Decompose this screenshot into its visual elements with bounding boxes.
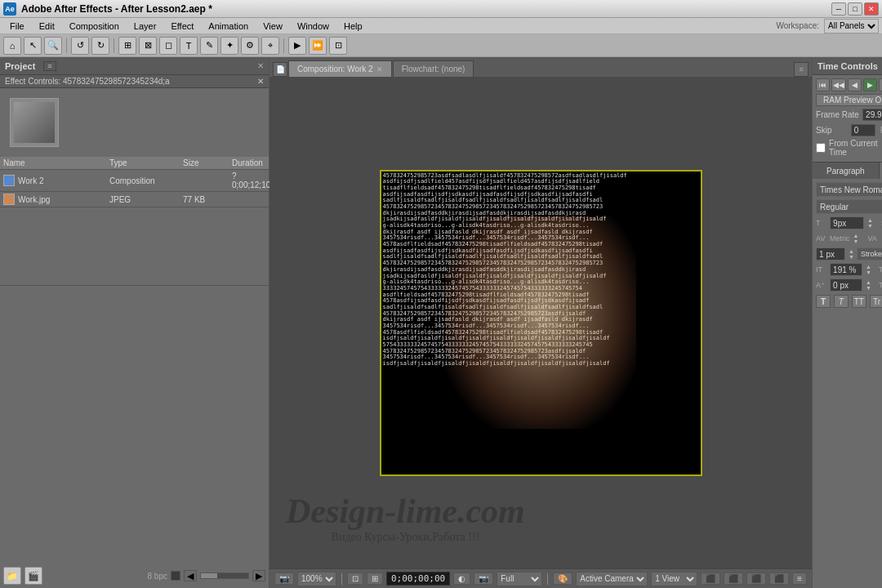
style-italic-btn[interactable]: T [834,295,849,308]
tab-icon: 📄 [273,62,287,77]
tc-prev-btn[interactable]: ◀◀ [831,78,845,91]
close-button[interactable]: ✕ [864,2,879,16]
panel-right-arrow[interactable]: ▶ [252,570,265,581]
safe-zones-btn[interactable]: ⊡ [347,572,363,585]
render-btn[interactable]: ⬛ [701,572,720,585]
project-panel-title: Project [5,61,35,71]
draft-btn[interactable]: ⬛ [724,572,743,585]
character-tab[interactable]: Character [880,163,882,179]
vert-scale-input[interactable] [830,263,862,276]
tool-text[interactable]: T [180,37,198,55]
bpc-btn[interactable] [171,571,180,581]
tc-first-btn[interactable]: ⏮ [816,78,830,91]
baseline-input[interactable] [830,278,862,292]
effect-controls-close[interactable]: ✕ [257,77,264,86]
matrix-face: 4578324752985723asdfsadlasdlfjisaldf4578… [381,172,701,474]
tool-puppet[interactable]: ⌖ [261,37,279,55]
menu-view[interactable]: View [256,20,289,32]
exposure-btn[interactable]: ◐ [453,572,470,585]
vert-scale-arrows[interactable]: ▲ ▼ [866,264,871,275]
view-select[interactable]: Full Half Quarter [497,572,542,586]
style-allcaps-btn[interactable]: TT [852,295,866,308]
new-folder-btn[interactable]: 📁 [3,567,21,585]
toolbar: ⌂ ↖ 🔍 ↺ ↻ ⊞ ⊠ ◻ T ✎ ✦ ⚙ ⌖ ▶ ⏩ ⊡ [0,34,882,57]
menu-animation[interactable]: Animation [202,20,255,32]
flowchart-tab[interactable]: Flowchart: (none) [393,60,474,77]
ram-preview-btn[interactable]: RAM Preview Options [816,94,882,106]
kerning-arrows[interactable]: ▲ ▼ [853,233,859,244]
stroke-width-arrows[interactable]: ▲ ▼ [849,248,854,260]
stroke-type-select[interactable]: Stroke Over Fill Fill Over Stroke [857,247,882,261]
menu-help[interactable]: Help [337,20,369,32]
panel-left-arrow[interactable]: ◀ [184,570,197,581]
tool-pen[interactable]: ✎ [200,37,218,55]
menu-effect[interactable]: Effect [164,20,200,32]
file-list-header: Name Type Size Duration [0,157,269,170]
from-current-checkbox[interactable] [816,143,826,153]
file-row-workjpg[interactable]: Work.jpg JPEG 77 KB [0,192,269,207]
comp-options-btn[interactable]: ≡ [792,572,807,585]
tool-clone[interactable]: ✦ [220,37,238,55]
style-smallcaps-btn[interactable]: Tr [870,295,882,308]
title-bar: Ae Adobe After Effects - After Lesson2.a… [0,0,882,18]
tool-preview2[interactable]: ⏩ [309,37,327,55]
project-close[interactable]: ✕ [257,61,264,70]
effect-controls-bar: Effect Controls: 457832475298572345234d;… [0,75,269,88]
snapshot-btn[interactable]: 📷 [274,572,294,585]
frame-rate-input[interactable] [862,109,882,121]
tool-zoom[interactable]: 🔍 [44,37,62,55]
tool-preview1[interactable]: ▶ [288,37,306,55]
file-row-work2[interactable]: Work 2 Composition ? 0;00;12;10 [0,170,269,192]
tool-preview3[interactable]: ⊡ [329,37,347,55]
tc-fwd-frame[interactable]: ▶ [879,78,882,91]
time-controls-header: Time Controls ≡ ✕ [813,57,882,75]
tool-undo[interactable]: ↺ [71,37,89,55]
character-body: Times New Roman Arial Helvetica ✎ Regula… [813,179,882,311]
tool-redo[interactable]: ↻ [91,37,109,55]
zoom-select[interactable]: 100% 50% 200% [297,572,336,586]
panel-scrollbar[interactable] [200,572,249,579]
skip-input[interactable] [851,124,875,136]
paragraph-tab[interactable]: Paragraph [813,163,880,179]
menu-file[interactable]: File [3,20,31,32]
view-layout-select[interactable]: 1 View 2 Views [651,572,697,586]
baseline-arrows[interactable]: ▲ ▼ [866,279,871,291]
project-options[interactable]: ≡ [43,61,56,71]
stroke-width-input[interactable] [816,247,845,261]
viewer-toolbar: 📷 100% 50% 200% ⊡ ⊞ 0;00;00;00 ◐ 📷 Full … [270,568,812,588]
menu-layer[interactable]: Layer [127,20,163,32]
camera-btn[interactable]: 📷 [474,572,493,585]
style-bold-btn[interactable]: T [816,295,831,308]
tool-snap[interactable]: ⊠ [139,37,157,55]
tool-arrow[interactable]: ↖ [24,37,42,55]
menu-window[interactable]: Window [291,20,336,32]
font-style-select[interactable]: Regular Bold Italic [816,199,882,214]
camera-select[interactable]: Active Camera [576,572,648,586]
tc-play-btn[interactable]: ▶ [863,78,877,91]
tc-back-frame[interactable]: ◀ [848,78,862,91]
comp-view: 4578324752985723asdfsadlasdlfjisaldf4578… [270,77,812,568]
grid-btn[interactable]: ⊞ [367,572,383,585]
aa-btn[interactable]: ⬛ [746,572,766,585]
workspace-select[interactable]: All Panels [824,19,879,33]
tracking-icon: VA [868,234,880,243]
menu-edit[interactable]: Edit [33,20,61,32]
font-size-input[interactable] [830,216,864,229]
app-title: Adobe After Effects - After Lesson2.aep … [21,3,212,15]
tool-home[interactable]: ⌂ [3,37,21,55]
minimize-button[interactable]: ─ [831,2,846,16]
channel-btn[interactable]: 🎨 [553,572,572,585]
tool-grid[interactable]: ⊞ [118,37,136,55]
comp-tab-close[interactable]: ✕ [376,65,383,74]
vert-scale-icon: IT [816,265,827,274]
motion-blur-btn[interactable]: ⬛ [769,572,789,585]
new-comp-btn[interactable]: 🎬 [24,567,42,585]
comp-tab[interactable]: Composition: Work 2 ✕ [288,60,392,77]
font-size-arrows[interactable]: ▲ ▼ [867,217,873,229]
font-name-select[interactable]: Times New Roman Arial Helvetica [816,182,882,197]
menu-composition[interactable]: Composition [63,20,126,32]
maximize-button[interactable]: □ [848,2,862,16]
tool-mask[interactable]: ◻ [159,37,177,55]
tab-options-btn[interactable]: ≡ [794,62,808,77]
tool-paint[interactable]: ⚙ [241,37,259,55]
